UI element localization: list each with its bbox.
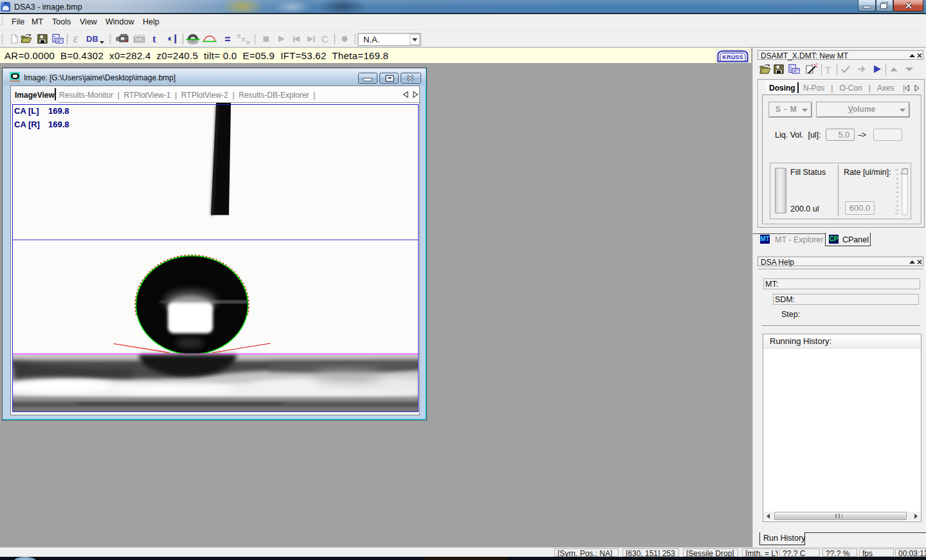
- svg-text:CA [L]: CA [L]: [14, 106, 39, 116]
- svg-text:T: T: [825, 65, 831, 75]
- svg-text:KRÜSS: KRÜSS: [722, 54, 743, 60]
- svg-text:t: t: [152, 33, 156, 45]
- svg-text:169.8: 169.8: [48, 120, 69, 129]
- svg-text:169.8: 169.8: [48, 106, 69, 116]
- svg-text:C: C: [322, 33, 329, 44]
- svg-text:ε: ε: [73, 32, 78, 45]
- svg-text:CA [R]: CA [R]: [14, 120, 40, 129]
- svg-text:DB: DB: [86, 34, 98, 44]
- svg-text:N.A.: N.A.: [363, 35, 379, 44]
